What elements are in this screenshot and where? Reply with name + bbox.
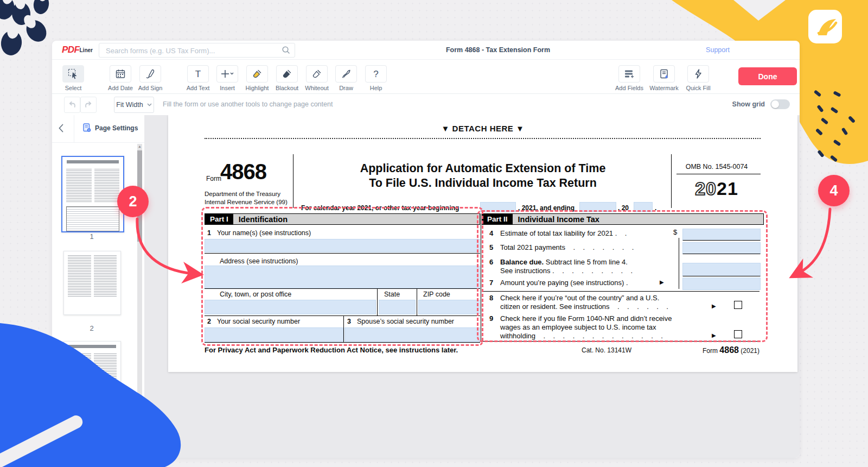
dollar-sign: $ xyxy=(673,228,677,236)
checkbox-out-of-country[interactable] xyxy=(734,301,742,309)
column-line xyxy=(343,316,344,342)
checkbox-form-1040nr[interactable] xyxy=(734,330,742,338)
column-divider xyxy=(481,213,481,342)
workspace: Page Settings 1 2 xyxy=(52,115,800,458)
row-line xyxy=(482,291,760,292)
page-number-1: 1 xyxy=(52,232,131,241)
undo-button[interactable] xyxy=(64,97,80,113)
privacy-notice: For Privacy Act and Paperwork Reduction … xyxy=(205,346,458,354)
fields-list-icon xyxy=(618,65,640,83)
line4-number: 4 xyxy=(489,229,493,237)
redo-button[interactable] xyxy=(80,97,97,113)
show-grid-label: Show grid xyxy=(732,93,765,115)
search-icon[interactable] xyxy=(282,46,290,54)
screenshot-stage: PDFLiner Form 4868 - Tax Extension Form … xyxy=(0,0,868,467)
part1-header-bar: Part I Identification xyxy=(205,213,480,225)
state-label: State xyxy=(384,291,400,298)
row-line xyxy=(482,341,760,342)
field-your-ssn[interactable] xyxy=(205,327,343,342)
line1-label: Your name(s) (see instructions) xyxy=(217,229,311,237)
divider xyxy=(676,174,761,174)
undo-icon xyxy=(68,100,76,109)
add-fields-button[interactable]: Add Fields xyxy=(609,65,649,91)
thumb-content xyxy=(68,345,116,348)
form-word: Form xyxy=(206,175,221,182)
address-label: Address (see instructions) xyxy=(220,257,298,265)
catalog-number: Cat. No. 13141W xyxy=(582,346,631,354)
page-thumbnail-3[interactable] xyxy=(63,341,121,424)
calendar-icon xyxy=(110,65,131,83)
line6-number: 6 xyxy=(489,258,493,266)
select-cursor-icon xyxy=(62,65,84,83)
detach-here-label: ▼ DETACH HERE ▼ xyxy=(168,124,797,133)
form-number: 4868 xyxy=(220,160,266,184)
pdfliner-corner-logo xyxy=(808,10,842,43)
add-sign-button[interactable]: Add Sign xyxy=(130,65,170,91)
line9-number: 9 xyxy=(489,314,493,323)
field-line6-amount[interactable] xyxy=(682,263,761,276)
form-title-line1: Application for Automatic Extension of T… xyxy=(298,162,667,175)
line9-label-a: Check here if you file Form 1040-NR and … xyxy=(500,314,672,323)
line6-bold: Balance due. xyxy=(500,258,544,266)
field-your-name[interactable] xyxy=(205,239,480,253)
line5-label: Total 2021 payments . . . . . . . xyxy=(500,243,634,251)
plus-icon xyxy=(216,65,238,83)
line6-label: Balance due. Subtract line 5 from line 4… xyxy=(500,258,628,266)
dept-line2: Internal Revenue Service (99) xyxy=(205,199,288,205)
page-settings-button[interactable]: Page Settings xyxy=(82,123,138,132)
field-line5-amount[interactable] xyxy=(682,242,761,254)
chevron-down-icon xyxy=(147,103,152,106)
field-line4-amount[interactable] xyxy=(682,229,761,241)
field-address[interactable] xyxy=(205,266,480,288)
quick-fill-button[interactable]: Quick Fill xyxy=(678,65,718,91)
field-tax-year-ending[interactable] xyxy=(579,202,616,212)
field-zip[interactable] xyxy=(418,300,480,314)
footer-form-year: (2021) xyxy=(741,347,760,355)
column-line xyxy=(417,289,417,315)
field-tax-year-beginning[interactable] xyxy=(480,202,516,212)
signature-pen-icon xyxy=(139,65,161,83)
zoom-mode-dropdown[interactable]: Fit Width xyxy=(114,97,154,113)
sidebar-scrollbar[interactable]: ▲ ▼ xyxy=(137,144,142,411)
collapse-sidebar-icon[interactable] xyxy=(59,124,63,132)
detach-dotted-line xyxy=(205,138,761,139)
help-button[interactable]: ? Help xyxy=(356,65,396,91)
field-ending-year[interactable] xyxy=(634,202,653,212)
scroll-up-icon[interactable]: ▲ xyxy=(137,144,142,148)
sidebar-header: Page Settings xyxy=(52,115,144,143)
line8-number: 8 xyxy=(489,294,493,302)
page-thumbnail-2[interactable] xyxy=(63,251,121,315)
pdfliner-logo[interactable]: PDFLiner xyxy=(62,45,93,55)
select-tool-button[interactable]: Select xyxy=(53,65,93,91)
support-link[interactable]: Support xyxy=(706,41,730,59)
pointer-icon: ▶ xyxy=(712,303,716,309)
field-city[interactable] xyxy=(205,300,376,314)
page-curl-icon xyxy=(811,12,839,41)
tax-year-outline: 20 xyxy=(695,178,717,199)
decor-navy-marks xyxy=(814,90,856,162)
zoom-mode-value: Fit Width xyxy=(116,101,143,109)
show-grid-toggle[interactable] xyxy=(770,99,790,109)
tax-year-solid: 21 xyxy=(717,178,738,199)
field-spouse-ssn[interactable] xyxy=(344,327,480,342)
thumb-content xyxy=(64,251,120,300)
scroll-down-icon[interactable]: ▼ xyxy=(137,407,142,411)
city-label: City, town, or post office xyxy=(220,291,291,298)
part2-header-bar: Part II Individual Income Tax xyxy=(482,213,764,225)
done-button[interactable]: Done xyxy=(738,67,797,85)
step-badge-4: 4 xyxy=(818,175,850,206)
page-thumbnail-1[interactable] xyxy=(61,156,124,232)
page-settings-label: Page Settings xyxy=(95,124,138,132)
search-input[interactable] xyxy=(105,43,275,58)
field-state[interactable] xyxy=(379,300,416,314)
blackout-brush-icon xyxy=(276,65,298,83)
question-icon: ? xyxy=(365,65,387,83)
document-viewer: ▼ DETACH HERE ▼ Form 4868 Department of … xyxy=(144,115,800,458)
field-line7-amount[interactable] xyxy=(682,277,761,290)
line4-label: Estimate of total tax liability for 2021… xyxy=(500,229,627,237)
top-header-bar: PDFLiner Form 4868 - Tax Extension Form … xyxy=(52,41,800,60)
logo-pdf-text: PDF xyxy=(62,45,80,55)
calendar-text-end: , 20 xyxy=(618,204,629,212)
footer-form-word: Form xyxy=(703,347,718,355)
line9-label-b: wages as an employee subject to U.S. inc… xyxy=(500,323,656,331)
